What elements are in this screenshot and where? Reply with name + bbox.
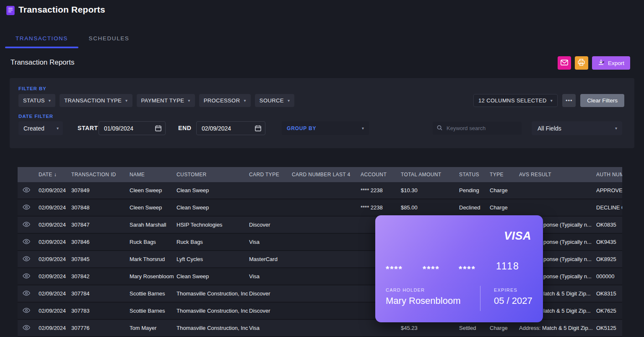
payment-type-filter-dropdown[interactable]: PAYMENT TYPE ▾ <box>137 94 195 107</box>
cell-account: **** 2238 <box>361 204 401 211</box>
column-header-transaction-id[interactable]: TRANSACTION ID <box>71 172 130 178</box>
chevron-down-icon: ▾ <box>244 99 246 103</box>
cell-cardtype: Visa <box>249 239 292 245</box>
tab-schedules[interactable]: SCHEDULES <box>84 31 134 48</box>
cell-name: Cleen Sweep <box>130 187 177 193</box>
cell-name: Sarah Marshall <box>130 222 177 228</box>
search-fields-value: All Fields <box>538 125 561 132</box>
view-row-button[interactable] <box>18 290 39 297</box>
table-header-row: DATE↓ TRANSACTION ID NAME CUSTOMER CARD … <box>18 167 622 182</box>
export-button[interactable]: Export <box>592 56 630 70</box>
view-row-button[interactable] <box>18 222 39 228</box>
dropdown-label: PROCESSOR <box>204 97 240 104</box>
source-filter-dropdown[interactable]: SOURCE ▾ <box>255 94 294 107</box>
table-row: 02/09/2024307776Tom MayerThomasville Con… <box>18 320 622 337</box>
cell-type: Charge <box>490 187 519 193</box>
search-fields-dropdown[interactable]: All Fields ▾ <box>532 121 622 135</box>
filter-panel: FILTER BY STATUS ▾ TRANSACTION TYPE ▾ PA… <box>10 78 634 148</box>
clear-filters-button[interactable]: Clear Filters <box>580 94 624 107</box>
cell-auth: OK8925 <box>596 256 622 262</box>
report-actions: Export <box>558 56 630 70</box>
column-header-account[interactable]: ACCOUNT <box>361 172 401 178</box>
end-date-input[interactable] <box>197 122 265 135</box>
transaction-type-filter-dropdown[interactable]: TRANSACTION TYPE ▾ <box>60 94 132 107</box>
column-header-card-type[interactable]: CARD TYPE <box>249 172 292 178</box>
column-header-auth-num[interactable]: AUTH NUM <box>596 172 622 178</box>
column-header-label: DATE <box>39 172 52 178</box>
column-header-customer[interactable]: CUSTOMER <box>177 172 249 178</box>
column-header-name[interactable]: NAME <box>130 172 177 178</box>
date-filter-label: DATE FILTER <box>18 114 53 119</box>
chevron-down-icon: ▾ <box>362 126 364 131</box>
card-number-masked-group: **** <box>459 264 476 274</box>
columns-selected-dropdown[interactable]: 12 COLUMNS SELECTED ▾ <box>473 94 558 107</box>
column-header-type[interactable]: TYPE <box>490 172 519 178</box>
print-button[interactable] <box>575 56 588 70</box>
printer-icon <box>578 59 585 67</box>
chevron-down-icon: ▾ <box>551 99 553 103</box>
eye-icon <box>23 308 30 314</box>
card-number-last4: 1118 <box>496 261 519 272</box>
more-options-button[interactable]: ••• <box>562 94 576 107</box>
cell-auth: APPROVED <box>596 187 622 193</box>
view-row-button[interactable] <box>18 204 39 211</box>
cell-date: 02/09/2024 <box>39 325 71 331</box>
sort-descending-icon: ↓ <box>54 172 57 178</box>
column-header-total-amount[interactable]: TOTAL AMOUNT <box>401 172 459 178</box>
cell-name: Cleen Sweep <box>130 204 177 211</box>
column-header-card-number-last4[interactable]: CARD NUMBER LAST 4 <box>292 172 361 178</box>
cell-auth: OK7625 <box>596 308 622 314</box>
cell-auth: OK5125 <box>596 325 622 331</box>
view-row-button[interactable] <box>18 308 39 314</box>
status-filter-dropdown[interactable]: STATUS ▾ <box>18 94 55 107</box>
column-header-avs-result[interactable]: AVS RESULT <box>519 172 596 178</box>
cell-cardtype: MasterCard <box>249 256 292 262</box>
dropdown-label: STATUS <box>23 97 45 104</box>
view-row-button[interactable] <box>18 256 39 263</box>
view-row-button[interactable] <box>18 325 39 332</box>
view-row-button[interactable] <box>18 187 39 194</box>
card-holder-name: Mary Rosenbloom <box>386 295 461 306</box>
eye-icon <box>23 222 30 228</box>
view-row-button[interactable] <box>18 273 39 280</box>
chevron-down-icon: ▾ <box>188 99 190 103</box>
eye-icon <box>23 239 30 246</box>
tab-transactions[interactable]: TRANSACTIONS <box>5 31 78 48</box>
cell-tid: 307845 <box>71 256 130 262</box>
chevron-down-icon: ▾ <box>615 126 617 131</box>
cell-auth: OK0835 <box>596 222 622 228</box>
cell-auth: OK9435 <box>596 239 622 245</box>
top-bar: Transaction Reports <box>0 0 644 24</box>
processor-filter-dropdown[interactable]: PROCESSOR ▾ <box>199 94 251 107</box>
cell-total: $85.00 <box>401 204 459 211</box>
column-header-date[interactable]: DATE↓ <box>39 172 71 178</box>
column-header-status[interactable]: STATUS <box>459 172 490 178</box>
date-mode-value: Created <box>23 125 44 132</box>
cell-auth: OK8315 <box>596 290 622 297</box>
section-title: Transaction Reports <box>10 58 74 67</box>
start-date-input[interactable] <box>99 122 165 135</box>
card-holder-label: CARD HOLDER <box>386 287 425 293</box>
cell-date: 02/09/2024 <box>39 273 71 280</box>
end-date-label: END <box>178 121 191 135</box>
report-icon <box>6 5 15 17</box>
table-row: 02/09/2024307849Cleen SweepClean Sweep**… <box>18 182 622 199</box>
eye-icon <box>23 256 30 263</box>
cell-tid: 307784 <box>71 290 130 297</box>
view-row-button[interactable] <box>18 239 39 246</box>
keyword-search-input[interactable] <box>446 125 517 132</box>
card-number-masked-group: **** <box>423 264 440 274</box>
cell-tid: 307847 <box>71 222 130 228</box>
date-mode-dropdown[interactable]: Created ▾ <box>18 121 63 135</box>
table-row: 02/09/2024307848Cleen SweepClean Sweep**… <box>18 199 622 217</box>
email-button[interactable] <box>558 56 571 70</box>
cell-date: 02/09/2024 <box>39 204 71 211</box>
keyword-search-field <box>433 122 522 135</box>
group-by-dropdown[interactable]: GROUP BY ▾ <box>282 121 369 135</box>
cell-customer: Clean Sweep <box>177 187 249 193</box>
credit-card-overlay: VISA **** **** **** 1118 CARD HOLDER Mar… <box>375 215 543 322</box>
chevron-down-icon: ▾ <box>49 99 51 103</box>
visa-logo: VISA <box>504 230 531 243</box>
filter-actions: 12 COLUMNS SELECTED ▾ ••• Clear Filters <box>473 94 624 107</box>
cell-date: 02/09/2024 <box>39 256 71 262</box>
